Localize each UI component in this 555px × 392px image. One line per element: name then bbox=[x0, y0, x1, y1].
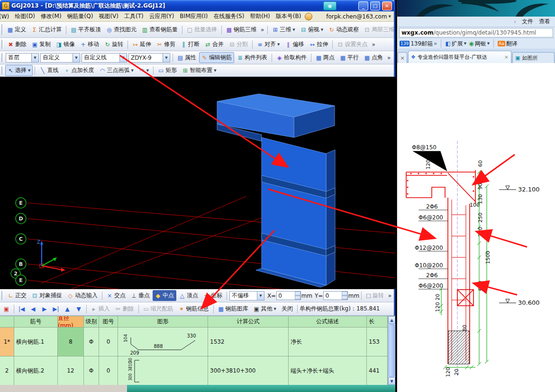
table-scrollbar[interactable]: ▲ ▼ bbox=[388, 316, 395, 385]
toolbar-overflow-icon[interactable]: » bbox=[259, 27, 265, 33]
tab-close-icon[interactable]: × bbox=[504, 54, 509, 60]
bookmark-translate[interactable]: Aa 翻译 bbox=[498, 40, 518, 48]
offset-mode-dropdown[interactable]: 不偏移▼ bbox=[229, 291, 264, 301]
toolbar-overflow-icon[interactable]: » bbox=[386, 55, 392, 61]
bar-fig-no[interactable]: 0 bbox=[99, 356, 118, 385]
arc-3pt-button[interactable]: ◠三点画弧▼ bbox=[97, 65, 136, 76]
x-spinner[interactable] bbox=[295, 292, 300, 300]
header-diameter[interactable]: 直径(mm) bbox=[58, 316, 84, 328]
merge-button[interactable]: ⇄合并 bbox=[202, 39, 226, 50]
bar-fig-no[interactable]: 0 bbox=[99, 328, 118, 356]
bar-level[interactable]: Φ bbox=[84, 356, 99, 385]
row-index[interactable]: 2 bbox=[0, 356, 14, 385]
menu-item-view[interactable]: 视图(V) bbox=[96, 11, 121, 21]
menu-item-w[interactable]: (W) bbox=[0, 12, 12, 21]
batch-select-button[interactable]: □批量选择 bbox=[184, 24, 219, 35]
browser-menu-view[interactable]: 查看 bbox=[539, 18, 550, 26]
smart-layout-button[interactable]: ⊞智能布置▼ bbox=[180, 65, 218, 76]
move-up-button[interactable]: ▲ bbox=[62, 304, 73, 314]
local-3d-button[interactable]: ⊡局部三维 bbox=[362, 24, 394, 35]
url-input[interactable]: wxgx.com/question/gimq/detail/1307945.ht… bbox=[399, 28, 553, 37]
scroll-up-icon[interactable]: ▲ bbox=[388, 316, 395, 324]
component-list-button[interactable]: ≣构件列表 bbox=[235, 52, 270, 63]
find-element-button[interactable]: ◎查找图元 bbox=[104, 24, 139, 35]
dynamic-input-button[interactable]: ◇动态输入 bbox=[65, 290, 100, 301]
header-fig-no[interactable]: 图号 bbox=[99, 316, 118, 328]
close-panel-button[interactable]: 关闭 bbox=[279, 303, 295, 314]
top-view-button[interactable]: ⊟俯视▼ bbox=[298, 24, 326, 35]
arc-style-dropdown[interactable]: ◠▼ bbox=[136, 66, 151, 75]
title-bar[interactable]: G GGJ2013 - [D:\预结算及抽筋\广联达抽筋\测试-2.GGJ12]… bbox=[0, 0, 394, 11]
bar-formula[interactable]: 300+3810+300 bbox=[208, 356, 289, 385]
group-dropdown[interactable]: 自定义▼ bbox=[40, 53, 80, 63]
align-button[interactable]: ≡对齐▼ bbox=[255, 39, 282, 50]
sum-calc-button[interactable]: Σ汇总计算 bbox=[29, 24, 64, 35]
move-button[interactable]: +移动 bbox=[78, 39, 101, 50]
account-menu[interactable]: forpk.chen@163.com ▼ bbox=[326, 13, 394, 20]
minimize-button[interactable]: _ bbox=[358, 1, 368, 10]
rebar-info-button[interactable]: ✶钢筋信息 bbox=[176, 303, 211, 314]
point-length-button[interactable]: ∘点加长度 bbox=[61, 65, 96, 76]
menu-item-version[interactable]: 版本号(B) bbox=[273, 11, 304, 21]
toolbar-grip[interactable] bbox=[1, 53, 3, 62]
menu-item-help[interactable]: 帮助(H) bbox=[247, 11, 273, 21]
bar-name[interactable]: 横向钢筋.2 bbox=[14, 356, 58, 385]
browser-page[interactable]: Φ8@150 120 60 90 130 100 250 200 1500 63… bbox=[397, 63, 555, 392]
bar-diameter[interactable]: 12 bbox=[58, 356, 84, 385]
trim-button[interactable]: ✂修剪 bbox=[154, 39, 178, 50]
parallel-button[interactable]: ▦平行 bbox=[337, 52, 361, 63]
define-button[interactable]: ▦定义 bbox=[5, 24, 28, 35]
table-row[interactable]: 2 横向钢筋.2 12 Φ 0 300 3810 300 300+3810+30… bbox=[0, 356, 388, 385]
header-length[interactable]: 长 bbox=[367, 316, 388, 328]
move-down-button[interactable]: ▼ bbox=[73, 304, 84, 314]
orbit-button[interactable]: ↻动态观察 bbox=[326, 24, 361, 35]
toolbar-grip[interactable] bbox=[1, 40, 3, 49]
mascot-icon[interactable] bbox=[305, 13, 312, 20]
bar-length[interactable]: 441 bbox=[367, 356, 388, 385]
menu-item-bim[interactable]: BIM应用(I) bbox=[177, 11, 210, 21]
insert-row-button[interactable]: ▸插入 bbox=[89, 303, 112, 314]
two-points-button[interactable]: ▦两点 bbox=[313, 52, 337, 63]
menu-item-tools[interactable]: 工具(T) bbox=[121, 11, 146, 21]
panel-button[interactable]: ▣ bbox=[1, 304, 12, 314]
header-bar-no[interactable]: 筋号 bbox=[14, 316, 58, 328]
delete-row-button[interactable]: ✂删除 bbox=[113, 303, 136, 314]
menu-item-modify[interactable]: 修改(M) bbox=[38, 11, 64, 21]
copy-button[interactable]: ▣复制 bbox=[29, 39, 53, 50]
menu-item-rebar-qty[interactable]: 钢筋量(Q) bbox=[64, 11, 96, 21]
model-canvas[interactable]: E D C B 2 E Z bbox=[0, 77, 395, 289]
rotate-button[interactable]: ↻旋转 bbox=[102, 39, 126, 50]
tab-active[interactable]: ❖ 专业造价问题答疑平台-广联达 × bbox=[408, 51, 511, 63]
scrollbar-thumb[interactable] bbox=[389, 324, 395, 377]
tab-close-icon[interactable]: × bbox=[400, 55, 404, 61]
bar-level[interactable]: Φ bbox=[84, 328, 99, 356]
tab-next[interactable]: ▣ 如图所 bbox=[512, 52, 555, 63]
toolbar-overflow-icon[interactable]: » bbox=[387, 292, 393, 299]
stretch-button[interactable]: ↔拉伸 bbox=[307, 39, 330, 50]
toolbar-grip[interactable] bbox=[1, 24, 3, 35]
rotate-toggle[interactable]: □旋转 bbox=[364, 290, 386, 301]
vertex-snap-button[interactable]: △顶点 bbox=[177, 290, 200, 301]
view-3d-button[interactable]: ⊞三维▼ bbox=[270, 24, 297, 35]
properties-button[interactable]: ▤属性 bbox=[175, 52, 199, 63]
toolbar-grip[interactable] bbox=[1, 66, 3, 75]
tab-partial-left[interactable]: × bbox=[398, 52, 407, 63]
y-spinner[interactable] bbox=[342, 292, 347, 300]
bookmark-extensions[interactable]: ◧ 扩展 ▼ bbox=[445, 40, 466, 48]
rebar-lib-button[interactable]: ▦钢筋图库 bbox=[216, 303, 251, 314]
line-button[interactable]: ╲直线 bbox=[37, 65, 61, 76]
offset-button[interactable]: ∥偏移 bbox=[282, 39, 306, 50]
bar-formula[interactable]: 1532 bbox=[208, 328, 289, 356]
header-level[interactable]: 级别 bbox=[84, 316, 99, 328]
flush-slab-button[interactable]: ▤平齐板顶 bbox=[68, 24, 103, 35]
maximize-button[interactable]: □ bbox=[370, 1, 380, 10]
ortho-button[interactable]: ∟正交 bbox=[5, 290, 29, 301]
next-row-button[interactable]: ▶ bbox=[39, 304, 50, 314]
bar-diameter[interactable]: 8 bbox=[58, 328, 84, 356]
bookmark-mail[interactable]: 139 139邮箱 » bbox=[400, 40, 437, 48]
mirror-button[interactable]: ◨镜像 bbox=[54, 39, 77, 50]
break-button[interactable]: ‖打断 bbox=[178, 39, 202, 50]
toolbar-grip[interactable] bbox=[1, 291, 3, 300]
rebar-3d-button[interactable]: ▩钢筋三维 bbox=[224, 24, 259, 35]
scale-fit-button[interactable]: ▭缩尺配筋 bbox=[141, 303, 176, 314]
